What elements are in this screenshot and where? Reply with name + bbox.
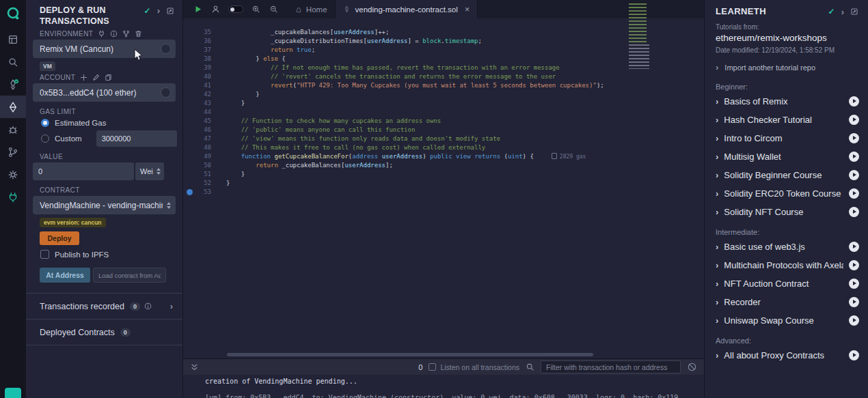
contract-select[interactable]: VendingMachine - vending-machine-contrac… [33,196,176,214]
value-unit-select[interactable]: Wei [135,162,164,180]
zoom-out-icon[interactable] [269,4,279,14]
plugin-manager-icon[interactable] [0,186,26,208]
account-action-icon[interactable] [161,87,171,98]
line-number[interactable]: 41 [183,81,226,90]
play-circle-icon[interactable] [849,115,859,125]
line-number[interactable]: 46 [183,126,226,134]
play-circle-icon[interactable] [849,350,859,360]
code-line[interactable]: // Function to check how many cupcakes a… [226,117,677,126]
tutorial-item[interactable]: ›Basic use of web3.js [705,238,868,256]
play-circle-icon[interactable] [849,152,859,162]
user-icon[interactable] [211,4,221,14]
code-line[interactable]: // If not enough time has passed, revert… [226,63,677,72]
line-number[interactable]: 47 [183,134,226,143]
custom-gas-radio[interactable] [41,134,49,143]
at-address-input[interactable] [93,268,166,283]
tab-vending-machine-contract[interactable]: vending-machine-contract.sol × [336,0,478,18]
import-tutorial-repo[interactable]: › Import another tutorial repo [705,63,868,72]
copy-icon[interactable] [105,74,112,81]
terminal-toggle-icon[interactable] [190,363,199,371]
unit-stepper-icon[interactable] [157,168,161,175]
value-input[interactable] [33,162,134,180]
source-control-icon[interactable] [0,141,26,163]
line-number[interactable]: 37 [183,46,226,55]
tutorial-item[interactable]: ›Recorder [705,293,868,311]
code-line[interactable]: // 'public' means anyone can call this f… [226,126,677,134]
tutorial-item[interactable]: ›NFT Auction Contract [705,274,868,293]
line-number[interactable]: 43 [183,99,226,108]
environment-select[interactable]: Remix VM (Cancun) [33,40,176,58]
line-number[interactable]: 42 [183,90,226,99]
line-number[interactable]: 44 [183,108,226,117]
file-explorer-icon[interactable] [0,28,26,51]
account-select[interactable]: 0x5B3...eddC4 (100 ether) [33,83,176,102]
line-number[interactable]: 36 [183,37,226,46]
line-number[interactable]: 52 [183,179,226,188]
listen-checkbox[interactable] [429,363,436,371]
line-number[interactable]: 53 [183,188,226,197]
code-line[interactable]: revert("HTTP 429: Too Many Cupcakes (you… [226,81,677,90]
tutorial-item[interactable]: ›Solidity NFT Course [705,203,868,221]
code-line[interactable]: } [226,170,677,179]
info-icon[interactable] [110,30,118,38]
publish-ipfs-option[interactable]: Publish to IPFS [40,250,173,259]
bottom-status-icon[interactable] [5,388,21,398]
code-line[interactable]: return _cupcakeBalances[userAddress]; [226,161,677,170]
tutorial-item[interactable]: ›Intro to Circom [705,129,868,147]
at-address-button[interactable]: At Address [40,268,90,283]
line-number[interactable]: 39 [183,63,226,72]
listen-option[interactable]: Listen on all transactions [429,363,519,371]
deploy-button[interactable]: Deploy [40,231,79,245]
minimap[interactable] [627,2,653,70]
estimated-gas-radio[interactable] [41,119,49,127]
tutorial-item[interactable]: ›Hash Checker Tutorial [705,111,868,129]
line-number[interactable]: 49 [183,152,226,161]
code-line[interactable]: _cupcakeBalances[userAddress]++; [226,28,677,37]
chevron-right-icon[interactable]: › [841,8,844,16]
play-circle-icon[interactable] [849,188,859,199]
run-script-icon[interactable] [193,4,203,14]
line-number[interactable]: 38 [183,55,226,63]
line-number[interactable]: 40 [183,72,226,81]
zoom-in-icon[interactable] [251,4,261,14]
toggle-switch[interactable] [228,5,243,13]
custom-gas-input[interactable] [96,130,177,147]
chevron-right-icon[interactable]: › [157,6,160,15]
tutorial-item[interactable]: ›Solidity Beginner Course [705,166,868,184]
code-line[interactable]: // 'view' means this function only reads… [226,134,677,143]
terminal-filter-input[interactable] [541,360,681,373]
debugger-icon[interactable] [0,118,26,141]
breakpoint-dot[interactable] [187,189,193,195]
custom-gas-option[interactable]: Custom [41,130,173,147]
close-icon[interactable]: × [465,4,470,14]
plug-icon[interactable] [98,30,105,38]
line-number[interactable]: 51 [183,170,226,179]
fork-icon[interactable] [122,30,130,38]
remix-logo-icon[interactable] [0,3,26,24]
play-circle-icon[interactable] [849,133,859,143]
play-circle-icon[interactable] [849,279,859,289]
deploy-run-icon[interactable] [0,96,26,118]
code-line[interactable]: } [226,90,677,99]
play-circle-icon[interactable] [849,297,859,307]
code-line[interactable]: // This makes it free to call (no gas co… [226,143,677,152]
environment-action-icon[interactable] [161,44,171,54]
chevron-right-icon[interactable]: › [170,302,173,311]
tab-home[interactable]: ⌂ Home [288,0,336,18]
code-line[interactable]: } [226,179,677,188]
open-in-window-icon[interactable] [166,7,174,15]
line-number[interactable]: 45 [183,117,226,126]
pencil-icon[interactable] [92,74,100,81]
code-line[interactable]: _cupcakeDistributionTimes[userAddress] =… [226,37,677,46]
publish-ipfs-checkbox[interactable] [40,250,49,259]
play-circle-icon[interactable] [849,242,859,252]
code-line[interactable] [226,188,677,197]
code-line[interactable]: // 'revert' cancels the transaction and … [226,72,677,81]
trash-icon[interactable] [135,30,142,38]
contract-select-arrows-icon[interactable] [167,202,171,209]
info-icon[interactable] [144,302,152,310]
transactions-recorded-row[interactable]: Transactions recorded 0 › [26,294,182,319]
line-number[interactable]: 35 [183,28,226,37]
horizontal-scrollbar[interactable] [227,353,593,356]
plus-icon[interactable] [80,74,87,81]
